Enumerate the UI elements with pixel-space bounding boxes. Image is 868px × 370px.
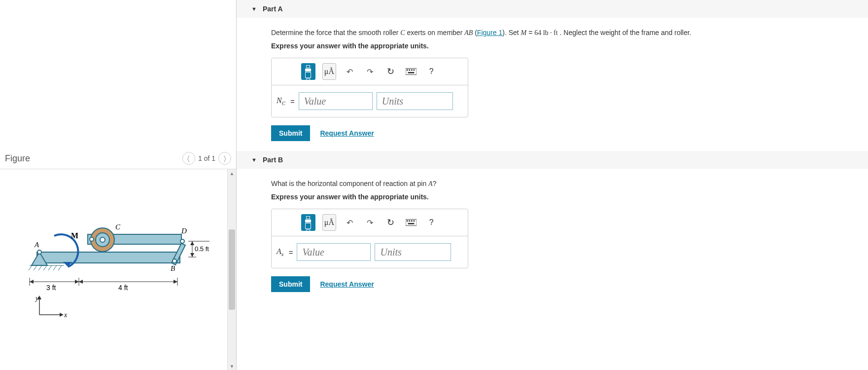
- collapse-icon: ▼: [251, 6, 257, 12]
- part-a-answer-box: μÅ ↶ ↷ ↻ ? NC =: [271, 58, 468, 117]
- part-a-variable: NC: [277, 96, 285, 106]
- figure-prev-button[interactable]: 〈: [182, 152, 195, 165]
- svg-rect-40: [411, 69, 413, 71]
- part-b-request-answer[interactable]: Request Answer: [320, 280, 374, 288]
- part-a-units-input[interactable]: [377, 92, 453, 110]
- equals-sign: =: [289, 248, 293, 257]
- svg-line-2: [34, 265, 37, 270]
- svg-marker-32: [190, 253, 194, 257]
- figure-next-button[interactable]: 〉: [218, 152, 231, 165]
- templates-button[interactable]: [301, 214, 315, 231]
- figure-pager: 〈 1 of 1 〉: [182, 152, 231, 165]
- svg-rect-46: [411, 220, 413, 222]
- scroll-thumb[interactable]: [229, 229, 235, 310]
- label-b: B: [171, 264, 175, 272]
- svg-line-5: [48, 265, 52, 270]
- undo-button[interactable]: ↶: [343, 214, 356, 231]
- dim-4ft: 4 ft: [118, 284, 128, 292]
- templates-button[interactable]: [301, 63, 315, 80]
- figure-page-indicator: 1 of 1: [198, 154, 215, 162]
- part-b-answer-box: μÅ ↶ ↷ ↻ ? Ax =: [271, 209, 468, 268]
- scroll-down-icon[interactable]: ▼: [228, 362, 236, 370]
- figure-title: Figure: [5, 153, 30, 164]
- svg-point-14: [180, 239, 184, 243]
- label-d: D: [181, 227, 187, 235]
- svg-point-12: [37, 250, 41, 254]
- svg-rect-8: [37, 252, 180, 263]
- label-m: M: [71, 231, 78, 240]
- svg-marker-26: [79, 280, 83, 284]
- redo-button[interactable]: ↷: [363, 214, 377, 231]
- reset-button[interactable]: ↻: [384, 63, 397, 80]
- svg-rect-47: [413, 220, 415, 222]
- svg-line-4: [43, 265, 47, 270]
- svg-line-7: [58, 265, 62, 270]
- keyboard-button[interactable]: [404, 63, 417, 80]
- scroll-up-icon[interactable]: ▲: [228, 169, 236, 177]
- part-a-header[interactable]: ▼ Part A: [237, 0, 868, 18]
- part-a-question: Determine the force that the smooth roll…: [271, 28, 853, 38]
- part-a-value-input[interactable]: [299, 92, 373, 110]
- part-b-value-input[interactable]: [297, 243, 371, 261]
- collapse-icon: ▼: [251, 157, 257, 163]
- svg-point-17: [100, 237, 105, 242]
- label-c: C: [115, 223, 121, 231]
- part-a-submit-button[interactable]: Submit: [271, 125, 310, 141]
- svg-line-3: [38, 265, 42, 270]
- svg-rect-41: [413, 69, 415, 71]
- redo-button[interactable]: ↷: [363, 63, 377, 80]
- svg-rect-44: [407, 220, 408, 222]
- figure-canvas: A B C D M 3 ft 4 ft 0.5 ft x y ▲ ▼: [0, 169, 236, 370]
- figure-link[interactable]: Figure 1: [477, 29, 502, 37]
- svg-marker-31: [190, 241, 194, 245]
- part-b-title: Part B: [263, 156, 283, 164]
- svg-line-6: [53, 265, 57, 270]
- part-b-submit-button[interactable]: Submit: [271, 276, 310, 292]
- help-button[interactable]: ?: [425, 214, 438, 231]
- svg-rect-39: [409, 69, 410, 71]
- part-b-question: What is the horizontal component of reac…: [271, 179, 853, 189]
- label-a: A: [34, 241, 39, 249]
- reset-button[interactable]: ↻: [384, 214, 397, 231]
- equals-sign: =: [290, 97, 295, 106]
- part-b-units-input[interactable]: [375, 243, 451, 261]
- keyboard-button[interactable]: [404, 214, 417, 231]
- part-b-instruction: Express your answer with the appropriate…: [271, 193, 853, 201]
- special-chars-button[interactable]: μÅ: [322, 214, 336, 231]
- undo-button[interactable]: ↶: [343, 63, 356, 80]
- svg-line-1: [29, 265, 32, 270]
- figure-scrollbar[interactable]: ▲ ▼: [227, 169, 236, 370]
- axis-x: x: [64, 311, 68, 319]
- part-a-instruction: Express your answer with the appropriate…: [271, 42, 853, 50]
- part-a-title: Part A: [263, 5, 283, 13]
- help-button[interactable]: ?: [425, 63, 438, 80]
- svg-marker-24: [30, 280, 34, 284]
- axis-y: y: [35, 295, 39, 302]
- special-chars-button[interactable]: μÅ: [322, 63, 336, 80]
- part-b-variable: Ax: [277, 247, 284, 257]
- svg-rect-38: [407, 69, 408, 71]
- svg-point-18: [90, 237, 94, 241]
- svg-marker-27: [174, 280, 177, 284]
- svg-marker-36: [60, 313, 64, 317]
- dim-3ft: 3 ft: [46, 284, 56, 292]
- svg-marker-25: [75, 280, 79, 284]
- svg-rect-42: [408, 72, 414, 74]
- svg-rect-48: [408, 223, 414, 224]
- part-a-request-answer[interactable]: Request Answer: [320, 129, 374, 137]
- svg-rect-45: [409, 220, 410, 222]
- dim-05ft: 0.5 ft: [195, 245, 209, 253]
- svg-point-13: [173, 259, 176, 263]
- part-b-header[interactable]: ▼ Part B: [237, 151, 868, 169]
